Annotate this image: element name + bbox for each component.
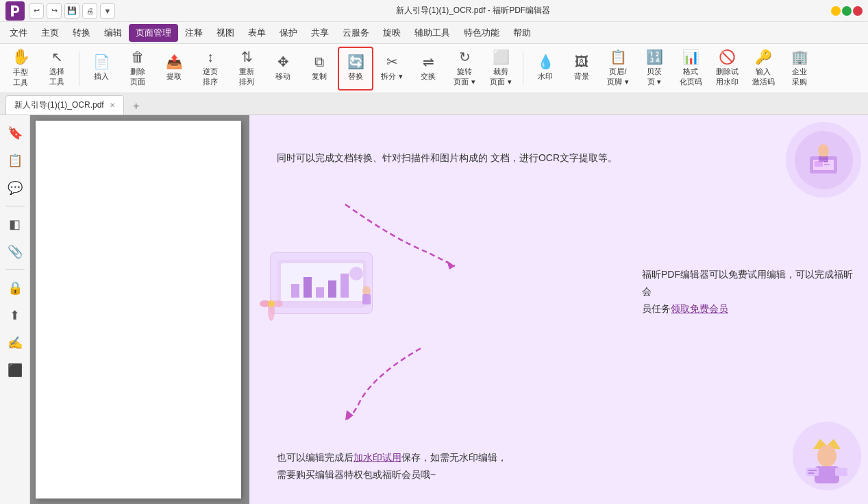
reverse-label: 逆页排序 (203, 67, 218, 87)
menu-annotation[interactable]: 注释 (178, 24, 210, 42)
rotate-icon: ↻ (459, 50, 471, 64)
delete-wm-label: 删除试用水印 (716, 67, 739, 87)
split-btn[interactable]: ✂ 拆分 ▾ (374, 47, 410, 91)
sidebar-bookmark-btn[interactable]: 🔖 (3, 121, 27, 145)
delete-label: 删除页面 (130, 67, 145, 87)
select-tool-btn[interactable]: ↖ 选择工具 (39, 47, 75, 91)
tab-close-btn[interactable]: ✕ (110, 101, 115, 109)
window-title: 新人引导(1)(1)_OCR.pdf - 福昕PDF编辑器 (115, 5, 831, 16)
svg-point-16 (362, 286, 371, 296)
background-label: 背景 (574, 71, 589, 82)
section1-text: 同时可以完成文档转换、针对扫描件和图片构成的 文档，进行OCR文字提取等。 (277, 149, 772, 167)
svg-rect-28 (808, 470, 817, 471)
menu-protect[interactable]: 保护 (273, 24, 304, 42)
reorder-btn[interactable]: ⇅ 重新排列 (229, 47, 264, 91)
menu-features[interactable]: 特色功能 (457, 24, 506, 42)
menu-file[interactable]: 文件 (3, 24, 34, 42)
split-label: 拆分 ▾ (381, 71, 402, 82)
svg-rect-10 (291, 284, 299, 298)
svg-rect-4 (815, 161, 823, 167)
pdf-tab[interactable]: 新人引导(1)(1)_OCR.pdf ✕ (5, 95, 124, 115)
reverse-icon: ↕ (207, 50, 214, 64)
flatten-btn[interactable]: 📊 格式化页码 (673, 47, 708, 91)
close-btn[interactable] (853, 6, 863, 16)
rotate-btn[interactable]: ↻ 旋转页面 ▾ (447, 47, 482, 91)
menu-page-manage[interactable]: 页面管理 (129, 24, 178, 42)
menu-assist[interactable]: 辅助工具 (408, 24, 457, 42)
sidebar-pages2-btn[interactable]: ⬛ (3, 358, 27, 383)
title-bar-left: ↩ ↪ 💾 🖨 ▼ (5, 1, 115, 21)
exchange-btn[interactable]: ⇌ 交换 (410, 47, 446, 91)
maximize-btn[interactable] (842, 6, 852, 16)
menu-convert[interactable]: 转换 (66, 24, 97, 42)
print-btn[interactable]: 🖨 (82, 3, 97, 19)
menu-form[interactable]: 表单 (241, 24, 273, 42)
menu-view[interactable]: 视图 (210, 24, 241, 42)
illus-1 (786, 122, 861, 197)
menu-edit[interactable]: 编辑 (97, 24, 129, 42)
reverse-btn[interactable]: ↕ 逆页排序 (193, 47, 228, 91)
illus-3 (793, 422, 861, 497)
copy-icon: ⧉ (314, 55, 324, 69)
new-tab-btn[interactable]: + (128, 98, 145, 115)
illus-2-box (270, 252, 373, 314)
menu-share[interactable]: 共享 (304, 24, 336, 42)
save-btn[interactable]: 💾 (64, 3, 79, 19)
sidebar-comments-btn[interactable]: 💬 (3, 176, 27, 200)
sidebar-lock-btn[interactable]: 🔒 (3, 276, 27, 300)
menu-cloud[interactable]: 云服务 (336, 24, 376, 42)
svg-rect-17 (362, 294, 371, 304)
app-logo (5, 1, 25, 21)
sidebar-sign-btn[interactable]: ✍ (3, 331, 27, 355)
watermark-link[interactable]: 加水印试用 (354, 452, 401, 463)
watermark-btn[interactable]: 💧 水印 (528, 47, 563, 91)
flatten-label: 格式化页码 (680, 67, 702, 87)
enterprise-btn[interactable]: 🏢 企业采购 (782, 47, 817, 91)
left-sidebar: 🔖 📋 💬 ◧ 📎 🔒 ⬆ ✍ ⬛ (0, 115, 30, 504)
insert-label: 插入 (94, 71, 109, 82)
more-btn[interactable]: ▼ (100, 3, 115, 19)
redo-btn[interactable]: ↪ (47, 3, 62, 19)
sidebar-layers-btn[interactable]: ◧ (3, 212, 27, 237)
menu-home[interactable]: 主页 (34, 24, 66, 42)
sidebar-export-btn[interactable]: ⬆ (3, 303, 27, 328)
sidebar-pages-btn[interactable]: 📋 (3, 148, 27, 173)
extract-icon: 📤 (166, 55, 183, 69)
sidebar-attach-btn[interactable]: 📎 (3, 239, 27, 264)
move-btn[interactable]: ✥ 移动 (265, 47, 301, 91)
move-label: 移动 (275, 71, 290, 82)
sidebar-sep-1 (5, 206, 25, 206)
flower-svg (260, 287, 284, 321)
hand-tool-btn[interactable]: ✋ 手型工具 (3, 47, 38, 91)
svg-point-15 (349, 267, 363, 280)
replace-btn[interactable]: 🔄 替换 (338, 47, 373, 91)
hand-icon: ✋ (12, 49, 30, 64)
svg-rect-11 (303, 277, 312, 298)
menu-map[interactable]: 旋映 (376, 24, 408, 42)
select-label: 选择工具 (49, 67, 64, 87)
pdf-viewer: 同时可以完成文档转换、针对扫描件和图片构成的 文档，进行OCR文字提取等。 (30, 115, 868, 504)
delete-page-btn[interactable]: 🗑 删除页面 (120, 47, 156, 91)
watermark-icon: 💧 (537, 55, 554, 69)
delete-watermark-btn[interactable]: 🚫 删除试用水印 (709, 47, 745, 91)
replace-label: 替换 (348, 71, 363, 82)
svg-rect-13 (328, 280, 336, 298)
toolbar: ✋ 手型工具 ↖ 选择工具 📄 插入 🗑 删除页面 📤 提取 ↕ 逆页排序 ⇅ … (0, 44, 868, 93)
member-link[interactable]: 领取免费会员 (671, 303, 728, 314)
copy-btn[interactable]: ⧉ 复制 (301, 47, 337, 91)
header-footer-label: 页眉/页脚 ▾ (607, 67, 628, 87)
insert-page-btn[interactable]: 📄 插入 (84, 47, 119, 91)
extract-btn[interactable]: 📤 提取 (156, 47, 192, 91)
tab-bar: 新人引导(1)(1)_OCR.pdf ✕ + (0, 93, 868, 115)
crop-btn[interactable]: ⬜ 裁剪页面 ▾ (483, 47, 519, 91)
section2-text: 福昕PDF编辑器可以免费试用编辑，可以完成福昕会员任务领取免费会员 (642, 266, 854, 318)
bates-btn[interactable]: 🔢 贝茨页 ▾ (636, 47, 672, 91)
delete-icon: 🗑 (131, 50, 145, 64)
background-btn[interactable]: 🖼 背景 (564, 47, 599, 91)
undo-btn[interactable]: ↩ (29, 3, 44, 19)
menu-help[interactable]: 帮助 (506, 24, 538, 42)
minimize-btn[interactable] (831, 6, 841, 16)
header-footer-btn[interactable]: 📋 页眉/页脚 ▾ (600, 47, 636, 91)
input-code-btn[interactable]: 🔑 输入激活码 (745, 47, 781, 91)
rotate-label: 旋转页面 ▾ (454, 67, 475, 87)
